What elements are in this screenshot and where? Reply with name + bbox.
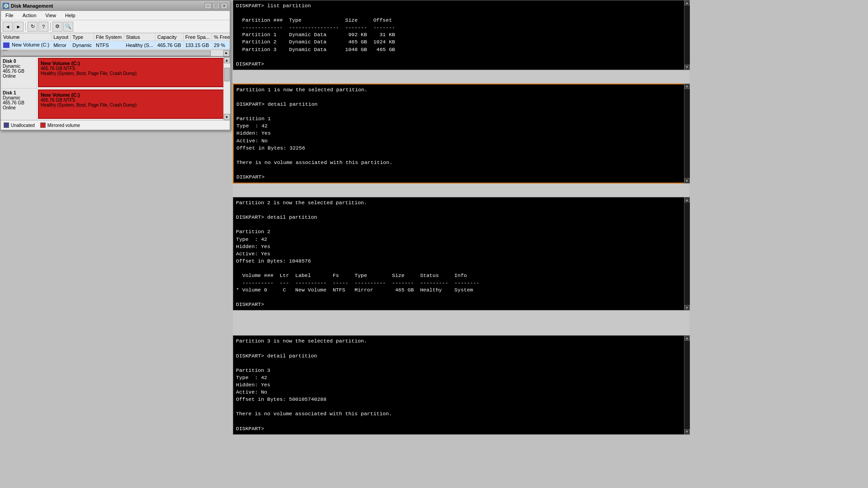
menu-action[interactable]: Action: [20, 12, 39, 19]
terminal-area: DISKPART> list partition Partition ### T…: [233, 0, 689, 435]
col-freespace: Free Spa...: [183, 33, 212, 41]
col-type: Type: [71, 33, 94, 41]
t4-scroll-up[interactable]: ▲: [684, 335, 690, 341]
col-layout: Layout: [52, 33, 71, 41]
disk-1-volume-health: Healthy (System, Boot, Page File, Crash …: [41, 103, 226, 108]
t3-scroll-track: [684, 202, 690, 305]
toolbar: ◄ ► ↻ ? ⚙ 🔍: [1, 20, 230, 33]
help-button[interactable]: ?: [38, 22, 48, 32]
terminal-4-scrollbar[interactable]: ▲ ▼: [684, 335, 689, 434]
terminal-2-container: Partition 1 is now the selected partitio…: [233, 84, 689, 183]
disk-0-volume-name: New Volume (C:): [41, 61, 226, 66]
legend-unallocated-label: Unallocated: [11, 123, 35, 128]
col-pctfree: % Free: [212, 33, 230, 41]
disk-1-volumes: New Volume (C:) 465.76 GB NTFS Healthy (…: [37, 89, 230, 120]
disk-0-size: 465.76 GB: [3, 69, 35, 74]
disk-scroll-thumb[interactable]: [224, 68, 230, 81]
horizontal-scrollbar[interactable]: ◄ ►: [1, 50, 230, 56]
back-button[interactable]: ◄: [3, 22, 13, 32]
disk-scroll-up[interactable]: ▲: [224, 57, 230, 63]
col-volume: Volume: [1, 33, 52, 41]
terminal-4: Partition 3 is now the selected partitio…: [233, 335, 689, 434]
t1-scroll-up[interactable]: ▲: [684, 0, 690, 5]
scroll-thumb[interactable]: [3, 51, 211, 56]
menu-bar: File Action View Help: [1, 11, 230, 20]
t3-scroll-up[interactable]: ▲: [684, 197, 690, 202]
menu-file[interactable]: File: [3, 12, 16, 19]
rescan-button[interactable]: 🔍: [63, 22, 73, 32]
t2-scroll-down[interactable]: ▼: [684, 178, 690, 183]
disk-scroll-track: [224, 63, 230, 114]
cell-pct: 29 %: [212, 41, 230, 49]
disk-0-id: Disk 0: [3, 59, 35, 64]
disk-row-1: Disk 1 Dynamic 465.76 GB Online New Volu…: [1, 89, 230, 120]
scroll-right-arrow[interactable]: ►: [223, 50, 230, 56]
terminal-2-content: Partition 1 is now the selected partitio…: [236, 86, 679, 181]
forward-button[interactable]: ►: [14, 22, 24, 32]
terminal-3: Partition 2 is now the selected partitio…: [233, 197, 689, 310]
disk-0-volume-health: Healthy (System, Boot, Page File, Crash …: [41, 71, 226, 76]
properties-button[interactable]: ⚙: [52, 22, 62, 32]
disk-1-volume-bar[interactable]: New Volume (C:) 465.76 GB NTFS Healthy (…: [38, 89, 229, 119]
col-status: Status: [124, 33, 156, 41]
cell-free: 133.15 GB: [183, 41, 212, 49]
refresh-button[interactable]: ↻: [28, 22, 38, 32]
legend-mirrored: Mirrored volume: [40, 122, 80, 128]
disk-1-type: Dynamic: [3, 95, 35, 100]
t4-scroll-down[interactable]: ▼: [684, 429, 690, 435]
terminal-1-container: DISKPART> list partition Partition ### T…: [233, 0, 689, 70]
window-title: Disk Management: [11, 3, 204, 9]
volume-table: Volume Layout Type File System Status Ca…: [1, 33, 230, 49]
terminal-1-scrollbar[interactable]: ▲ ▼: [684, 0, 689, 70]
terminal-4-container: Partition 3 is now the selected partitio…: [233, 335, 689, 434]
cell-status: Healthy (S...: [124, 41, 156, 49]
disk-management-window: 💽 Disk Management − □ × File Action View…: [0, 0, 231, 131]
menu-help[interactable]: Help: [62, 12, 78, 19]
legend-mirrored-label: Mirrored volume: [47, 123, 80, 128]
close-button[interactable]: ×: [221, 3, 228, 9]
window-controls: − □ ×: [204, 3, 228, 9]
terminal-1: DISKPART> list partition Partition ### T…: [233, 0, 689, 70]
minimize-button[interactable]: −: [204, 3, 212, 9]
t2-scroll-track: [684, 89, 690, 178]
volume-icon: [3, 42, 9, 48]
t1-scroll-track: [684, 5, 690, 65]
terminal-2-scrollbar[interactable]: ▲ ▼: [684, 84, 689, 183]
t3-scroll-down[interactable]: ▼: [684, 305, 690, 310]
cell-type: Dynamic: [71, 41, 94, 49]
legend-mirrored-box: [40, 122, 46, 128]
disk-scroll-down[interactable]: ▼: [224, 114, 230, 120]
cell-layout: Mirror: [52, 41, 71, 49]
disk-1-id: Disk 1: [3, 90, 35, 95]
toolbar-sep-2: [50, 23, 51, 31]
disk-0-label: Disk 0 Dynamic 465.76 GB Online: [1, 57, 37, 88]
disk-0-volume-bar[interactable]: New Volume (C:) 465.76 GB NTFS Healthy (…: [38, 58, 229, 87]
disk-0-status: Online: [3, 74, 35, 79]
disk-1-volume-name: New Volume (C:): [41, 92, 226, 98]
legend: Unallocated Mirrored volume: [1, 120, 230, 130]
legend-unallocated-box: [4, 122, 9, 128]
volume-table-container: Volume Layout Type File System Status Ca…: [1, 33, 230, 50]
disk-row-0: Disk 0 Dynamic 465.76 GB Online New Volu…: [1, 57, 230, 89]
disk-section-vscrollbar[interactable]: ▲ ▼: [223, 57, 230, 120]
titlebar: 💽 Disk Management − □ ×: [1, 1, 230, 11]
terminal-1-content: DISKPART> list partition Partition ### T…: [236, 2, 680, 68]
disk-1-volume-fs: 465.76 GB NTFS: [41, 98, 226, 103]
volume-table-header: Volume Layout Type File System Status Ca…: [1, 33, 230, 41]
table-row[interactable]: New Volume (C:) Mirror Dynamic NTFS Heal…: [1, 41, 230, 49]
t1-scroll-down[interactable]: ▼: [684, 65, 690, 70]
menu-view[interactable]: View: [42, 12, 59, 19]
cell-capacity: 465.76 GB: [156, 41, 184, 49]
t4-scroll-track: [684, 341, 690, 429]
spacer-2: [233, 183, 689, 197]
t2-scroll-up[interactable]: ▲: [684, 84, 690, 89]
toolbar-sep-1: [25, 23, 26, 31]
restore-button[interactable]: □: [212, 3, 220, 9]
terminal-3-scrollbar[interactable]: ▲ ▼: [684, 197, 689, 310]
spacer-1: [233, 70, 689, 84]
disk-layout-section: Disk 0 Dynamic 465.76 GB Online New Volu…: [1, 56, 230, 120]
terminal-4-content: Partition 3 is now the selected partitio…: [236, 338, 680, 432]
cell-fs: NTFS: [94, 41, 124, 49]
cell-volume-name: New Volume (C:): [1, 41, 52, 49]
disk-1-label: Disk 1 Dynamic 465.76 GB Online: [1, 89, 37, 120]
